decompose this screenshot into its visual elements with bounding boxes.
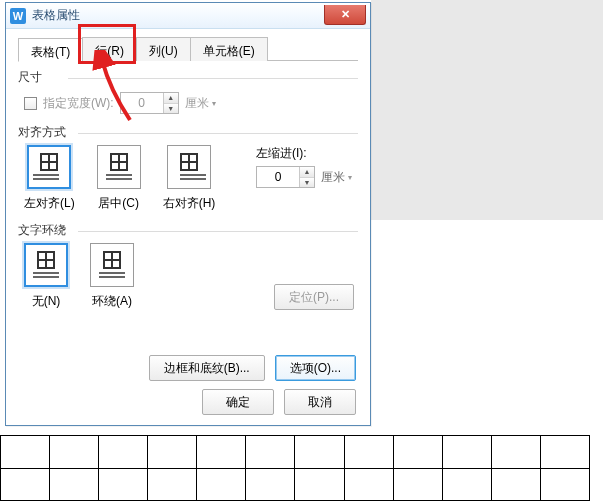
tab-row[interactable]: 行(R)	[82, 37, 137, 61]
indent-spinner-arrows[interactable]: ▲ ▼	[299, 167, 314, 187]
indent-unit-combo[interactable]: 厘米 ▾	[321, 169, 352, 186]
titlebar[interactable]: W 表格属性 ✕	[6, 3, 370, 29]
lines-icon	[99, 272, 125, 280]
align-right-label: 右对齐(H)	[163, 195, 216, 212]
border-shading-button[interactable]: 边框和底纹(B)...	[149, 355, 265, 381]
left-indent-block: 左缩进(I): ▲ ▼ 厘米 ▾	[256, 145, 358, 188]
wrap-around-label: 环绕(A)	[92, 293, 132, 310]
width-unit-combo[interactable]: 厘米 ▾	[185, 95, 216, 112]
cancel-button[interactable]: 取消	[284, 389, 356, 415]
page-gray-region	[371, 0, 603, 220]
close-button[interactable]: ✕	[324, 5, 366, 25]
close-icon: ✕	[341, 8, 350, 21]
wrap-around-option[interactable]: 环绕(A)	[90, 243, 134, 310]
spinner-down-icon[interactable]: ▼	[300, 178, 314, 188]
width-spinner-arrows[interactable]: ▲ ▼	[163, 93, 178, 113]
alignment-options: 左对齐(L) 居中(C) 右对齐(H)	[18, 145, 358, 212]
table-glyph-icon	[110, 153, 128, 171]
table-properties-dialog: W 表格属性 ✕ 表格(T) 行(R) 列(U) 单元格(E) 尺寸 指定宽度(…	[5, 2, 371, 426]
spinner-up-icon[interactable]: ▲	[300, 167, 314, 178]
table-glyph-icon	[180, 153, 198, 171]
width-unit-label: 厘米	[185, 95, 209, 112]
specify-width-checkbox[interactable]	[24, 97, 37, 110]
tab-col[interactable]: 列(U)	[136, 37, 191, 61]
align-left-label: 左对齐(L)	[24, 195, 75, 212]
align-center-label: 居中(C)	[98, 195, 139, 212]
tab-cell[interactable]: 单元格(E)	[190, 37, 268, 61]
tab-table[interactable]: 表格(T)	[18, 38, 83, 62]
left-indent-label: 左缩进(I):	[256, 145, 352, 162]
ok-button[interactable]: 确定	[202, 389, 274, 415]
table-glyph-icon	[40, 153, 58, 171]
position-button[interactable]: 定位(P)...	[274, 284, 354, 310]
dialog-footer: 确定 取消	[202, 389, 356, 415]
lines-icon	[33, 174, 59, 182]
underlying-table	[0, 435, 603, 501]
width-spinner[interactable]: ▲ ▼	[120, 92, 179, 114]
indent-input[interactable]	[257, 167, 299, 187]
spinner-up-icon[interactable]: ▲	[164, 93, 178, 104]
group-size-label: 尺寸	[18, 69, 358, 86]
group-wrap-label: 文字环绕	[18, 222, 358, 239]
dropdown-icon: ▾	[348, 173, 352, 182]
wrap-options: 无(N) 环绕(A) 定位(P)...	[18, 243, 358, 310]
wrap-none-option[interactable]: 无(N)	[24, 243, 68, 310]
width-input[interactable]	[121, 93, 163, 113]
indent-unit-label: 厘米	[321, 169, 345, 186]
lines-icon	[180, 174, 206, 182]
align-right-option[interactable]: 右对齐(H)	[163, 145, 216, 212]
lines-icon	[106, 174, 132, 182]
options-button[interactable]: 选项(O)...	[275, 355, 356, 381]
bottom-action-row: 边框和底纹(B)... 选项(O)...	[149, 355, 356, 381]
dropdown-icon: ▾	[212, 99, 216, 108]
dialog-title: 表格属性	[32, 7, 80, 24]
size-row: 指定宽度(W): ▲ ▼ 厘米 ▾	[18, 92, 358, 114]
dialog-body: 表格(T) 行(R) 列(U) 单元格(E) 尺寸 指定宽度(W): ▲ ▼ 厘…	[6, 29, 370, 425]
app-icon: W	[10, 8, 26, 24]
specify-width-label: 指定宽度(W):	[43, 95, 114, 112]
table-glyph-icon	[103, 251, 121, 269]
group-size: 尺寸 指定宽度(W): ▲ ▼ 厘米 ▾	[18, 69, 358, 114]
tabs: 表格(T) 行(R) 列(U) 单元格(E)	[18, 37, 358, 61]
group-alignment: 对齐方式 左对齐(L) 居中(C)	[18, 124, 358, 212]
group-wrap: 文字环绕 无(N) 环绕(A) 定位(P).	[18, 222, 358, 310]
indent-spinner[interactable]: ▲ ▼	[256, 166, 315, 188]
align-center-option[interactable]: 居中(C)	[97, 145, 141, 212]
group-alignment-label: 对齐方式	[18, 124, 358, 141]
wrap-none-label: 无(N)	[32, 293, 61, 310]
spinner-down-icon[interactable]: ▼	[164, 104, 178, 114]
table-glyph-icon	[37, 251, 55, 269]
lines-icon	[33, 272, 59, 280]
align-left-option[interactable]: 左对齐(L)	[24, 145, 75, 212]
